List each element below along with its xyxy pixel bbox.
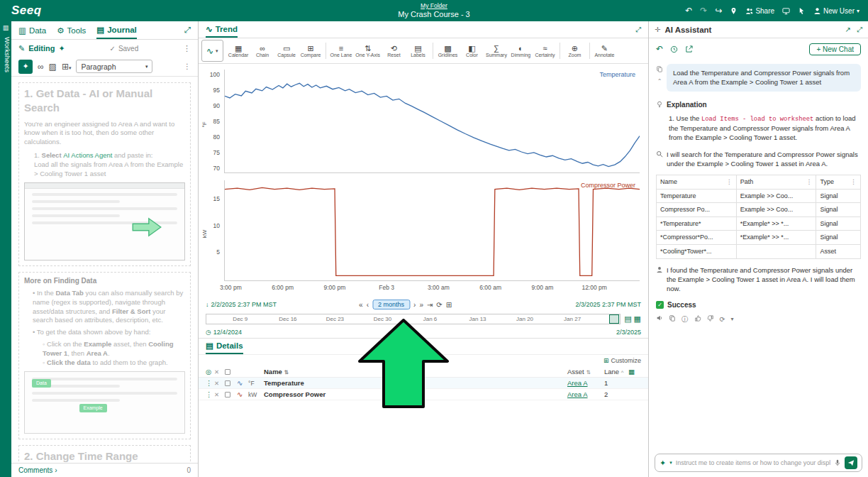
go-to-now-icon[interactable]: ⇥ <box>427 301 433 309</box>
thumbs-down-icon[interactable] <box>707 315 714 322</box>
tab-data[interactable]: ▥Data <box>18 21 46 39</box>
selection-window[interactable] <box>609 314 619 324</box>
more-actions-icon[interactable]: ▾ <box>730 315 733 323</box>
detail-row[interactable]: ⋮✕∿kWCompressor PowerArea A2 <box>199 389 648 400</box>
format-more-icon[interactable]: ⋮ <box>184 62 191 70</box>
tab-journal[interactable]: ▤Journal <box>96 21 136 39</box>
temperature-plot[interactable]: Temperature <box>224 70 640 173</box>
pointer-icon[interactable] <box>798 7 806 15</box>
copy-message-icon[interactable] <box>656 65 663 75</box>
trend-tool-one-y-axis[interactable]: ⇅One Y-Axis <box>354 40 382 62</box>
undo-icon[interactable]: ↶ <box>685 6 692 16</box>
column-menu-icon[interactable]: ⋮ <box>726 177 733 187</box>
temperature-y-axis[interactable]: °F100959085807570 <box>201 70 221 173</box>
collapse-message-icon[interactable]: ⌃ <box>657 77 662 85</box>
overview-end-date[interactable]: 2/3/2025 <box>616 329 641 336</box>
tab-trend[interactable]: ∿Trend <box>206 21 238 38</box>
location-pin-icon[interactable] <box>730 7 738 15</box>
trend-tool-color[interactable]: ◧Color <box>460 40 484 62</box>
present-icon[interactable] <box>782 7 790 15</box>
trend-tool-gridlines[interactable]: ▩Gridlines <box>436 40 460 62</box>
trend-tool-zoom[interactable]: ⊕Zoom <box>563 40 586 62</box>
ai-actions-agent-button[interactable]: ✦ <box>18 60 33 74</box>
expand-panel-icon[interactable]: ⤢ <box>184 26 191 35</box>
journal-section-get-data[interactable]: 1. Get Data - AI or Manual Search You're… <box>18 82 191 266</box>
comments-bar[interactable]: Comments › 0 <box>11 463 198 477</box>
trend-tool-reset[interactable]: ⟲Reset <box>382 40 406 62</box>
range-start[interactable]: ↓2/2/2025 2:37 PM MST <box>206 301 277 308</box>
trend-tool-calendar[interactable]: ▦Calendar <box>227 40 250 62</box>
trend-tool-certainty[interactable]: ≈Certainty <box>533 40 557 62</box>
copy-response-icon[interactable] <box>669 314 676 324</box>
asset-link[interactable]: Area A <box>567 390 604 398</box>
select-all-checkbox[interactable] <box>225 369 230 375</box>
duration-button[interactable]: 2 months <box>372 300 410 309</box>
trend-tool-capsule[interactable]: ▭Capsule <box>275 40 299 62</box>
thumbs-up-icon[interactable] <box>694 314 701 324</box>
ai-table-header[interactable]: Name⋮ <box>657 175 737 190</box>
trend-tool-one-lane[interactable]: ≡One Lane <box>329 40 354 62</box>
capsule-view-icon[interactable]: ▤ <box>624 314 631 324</box>
power-y-axis[interactable]: kW15105 <box>201 180 221 281</box>
microphone-icon[interactable] <box>834 459 841 466</box>
worksheets-strip[interactable]: ▥ Worksheets <box>0 21 11 477</box>
seeq-logo[interactable]: Seeq <box>0 4 53 18</box>
ai-table-header[interactable]: Type⋮ <box>816 175 861 190</box>
range-end[interactable]: 2/3/2025 2:37 PM MST <box>575 301 641 308</box>
column-asset[interactable]: Asset ⇅ <box>567 368 604 375</box>
sort-icon[interactable]: ⇅ <box>586 369 590 375</box>
select-all-icon[interactable]: ◎ <box>206 368 214 375</box>
column-menu-icon[interactable]: ⋮ <box>850 177 857 187</box>
info-icon[interactable]: ⓘ <box>681 314 689 324</box>
regenerate-icon[interactable]: ⟳ <box>720 314 725 324</box>
journal-section-time-range[interactable]: 2. Change Time Range <box>18 445 191 463</box>
image-icon[interactable]: ▨ <box>49 62 57 72</box>
trend-tool-compare[interactable]: ⊞Compare <box>299 40 323 62</box>
collapse-panel-icon[interactable]: ⤢ <box>857 26 862 34</box>
redo-icon[interactable]: ↷ <box>700 6 707 16</box>
item-name[interactable]: Compressor Power <box>264 390 567 398</box>
remove-all-icon[interactable]: ✕ <box>214 368 225 375</box>
step-back-fast-icon[interactable]: « <box>359 301 363 309</box>
chevron-down-icon[interactable]: ▾ <box>669 460 672 466</box>
assistant-input[interactable] <box>676 459 830 466</box>
user-menu[interactable]: New User ▾ <box>813 7 859 15</box>
sort-icon[interactable]: ⇅ <box>284 369 289 375</box>
share-button[interactable]: Share <box>745 7 774 15</box>
read-aloud-icon[interactable] <box>656 314 663 324</box>
row-checkbox[interactable] <box>225 380 230 386</box>
ai-sparkle-icon[interactable]: ✦ <box>59 44 65 53</box>
calendar-range-icon[interactable]: ▦ <box>634 314 641 324</box>
detail-row[interactable]: ⋮✕∿°FTemperatureArea A1 <box>199 378 648 389</box>
column-lane[interactable]: Lane ^ <box>604 368 628 375</box>
overview-scrubber[interactable]: Dec 9Dec 16Dec 23Dec 30Jan 6Jan 13Jan 20… <box>206 314 621 324</box>
trend-tool-summary[interactable]: ∑Summary <box>484 40 508 62</box>
forward-icon[interactable]: ↪ <box>715 6 722 16</box>
tab-tools[interactable]: ⚙Tools <box>57 21 86 39</box>
step-back-icon[interactable]: ‹ <box>367 301 369 309</box>
step-forward-icon[interactable]: › <box>413 301 416 309</box>
folder-link[interactable]: My Folder <box>398 3 469 10</box>
reset-chat-icon[interactable]: ↶ <box>656 44 663 54</box>
new-chat-button[interactable]: + New Chat <box>809 43 861 55</box>
column-menu-icon[interactable]: ⋮ <box>806 177 812 187</box>
trend-tool-annotate[interactable]: ✎Annotate <box>593 40 616 62</box>
remove-item-icon[interactable]: ✕ <box>214 380 225 387</box>
table-insert-icon[interactable]: ⊞▾ <box>62 62 72 72</box>
chart-type-dropdown[interactable]: ∿▾ <box>201 40 223 62</box>
trend-tool-dimming[interactable]: ◐Dimming <box>509 40 533 62</box>
trend-tool-chain[interactable]: ∞Chain <box>251 40 274 62</box>
power-legend[interactable]: Compressor Power <box>581 182 635 189</box>
step-forward-fast-icon[interactable]: » <box>419 301 423 309</box>
refresh-range-icon[interactable]: ⟳ <box>436 301 442 309</box>
row-checkbox[interactable] <box>225 392 230 398</box>
ai-sparkle-icon[interactable]: ✦ <box>660 459 666 468</box>
copy-range-icon[interactable]: ⊞ <box>446 301 452 309</box>
row-menu-icon[interactable]: ⋮ <box>206 390 214 398</box>
open-external-icon[interactable]: ↗ <box>845 26 851 34</box>
overview-start-date[interactable]: 12/4/2024 <box>213 329 242 336</box>
column-name[interactable]: Name ⇅ <box>264 368 567 375</box>
send-button[interactable] <box>845 456 857 469</box>
item-name[interactable]: Temperature <box>264 379 567 387</box>
journal-menu-icon[interactable]: ⋮ <box>183 44 191 53</box>
